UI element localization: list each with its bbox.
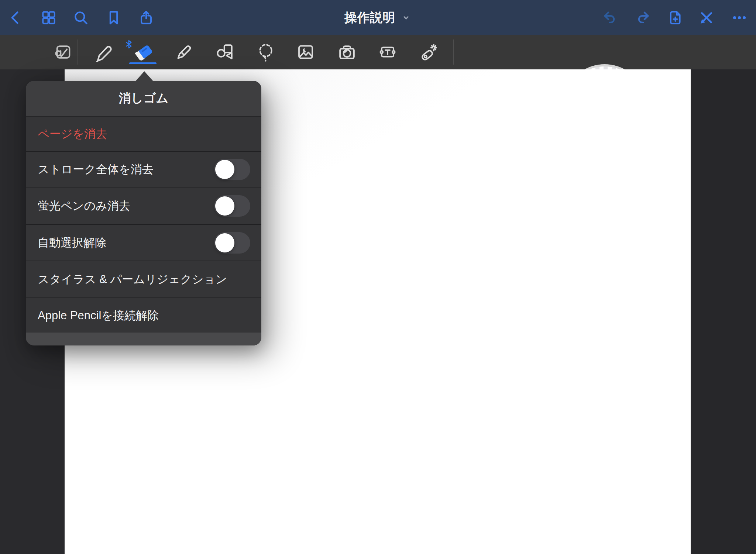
tool-view-mode[interactable]	[52, 41, 73, 63]
shapes-icon	[215, 42, 235, 62]
tool-eraser[interactable]	[133, 41, 154, 63]
popover-bottom-band	[26, 333, 261, 345]
menu-item-erase-highlighter-only: 蛍光ペンのみ消去	[26, 187, 261, 225]
view-mode-icon	[53, 42, 73, 62]
tool-camera[interactable]	[336, 41, 358, 63]
drawing-toolbar	[0, 35, 756, 69]
eraser-icon	[133, 41, 154, 63]
image-icon	[296, 42, 316, 62]
popover-title: 消しゴム	[26, 81, 261, 117]
disable-pen-button[interactable]	[698, 9, 715, 27]
tool-pen[interactable]	[93, 41, 114, 63]
canvas-margin-right	[691, 69, 756, 554]
highlighter-icon	[173, 42, 193, 62]
tool-image[interactable]	[295, 41, 316, 63]
menu-item-disconnect-apple-pencil[interactable]: Apple Pencilを接続解除	[26, 298, 261, 333]
pen-crossed-icon	[698, 9, 715, 26]
menu-item-stylus-palm-rejection[interactable]: スタイラス & パームリジェクション	[26, 261, 261, 298]
tool-lasso[interactable]	[255, 41, 276, 63]
menu-item-erase-entire-stroke: ストローク全体を消去	[26, 152, 261, 187]
toggle-knob	[215, 160, 234, 179]
goodnotes-app: 操作説明	[0, 0, 756, 554]
laser-pointer-icon	[419, 42, 439, 62]
erase-entire-stroke-toggle[interactable]	[214, 159, 250, 180]
undo-icon	[601, 9, 618, 26]
toolbar-separator	[78, 39, 78, 65]
camera-icon	[337, 42, 357, 62]
selected-tool-indicator	[129, 62, 157, 64]
bluetooth-icon	[123, 38, 134, 51]
ellipsis-icon	[731, 9, 748, 26]
eraser-size-large[interactable]	[573, 64, 636, 69]
toggle-knob	[215, 233, 234, 252]
chevron-down-icon	[401, 12, 412, 23]
undo-button[interactable]	[601, 9, 619, 27]
tool-text[interactable]	[377, 41, 398, 63]
more-button[interactable]	[731, 9, 748, 27]
eraser-settings-popover: 消しゴム ページを消去 ストローク全体を消去 蛍光ペンのみ消去 自動選択解除 ス…	[26, 81, 261, 345]
top-navigation-bar: 操作説明	[0, 0, 756, 35]
lasso-icon	[256, 42, 276, 62]
redo-button[interactable]	[634, 9, 652, 27]
text-box-icon	[378, 42, 398, 62]
menu-item-clear-page[interactable]: ページを消去	[26, 117, 261, 152]
tool-shapes[interactable]	[214, 41, 236, 63]
pen-icon	[93, 42, 113, 62]
tool-laser-pointer[interactable]	[418, 41, 439, 63]
redo-icon	[635, 9, 652, 26]
add-page-button[interactable]	[666, 9, 684, 27]
tool-highlighter[interactable]	[173, 41, 194, 63]
add-page-icon	[667, 9, 684, 26]
auto-deselect-toggle[interactable]	[214, 232, 250, 254]
document-title: 操作説明	[344, 9, 395, 26]
toolbar-separator	[453, 39, 454, 65]
toggle-knob	[215, 196, 234, 216]
menu-item-auto-deselect: 自動選択解除	[26, 225, 261, 261]
erase-highlighter-only-toggle[interactable]	[214, 195, 250, 217]
